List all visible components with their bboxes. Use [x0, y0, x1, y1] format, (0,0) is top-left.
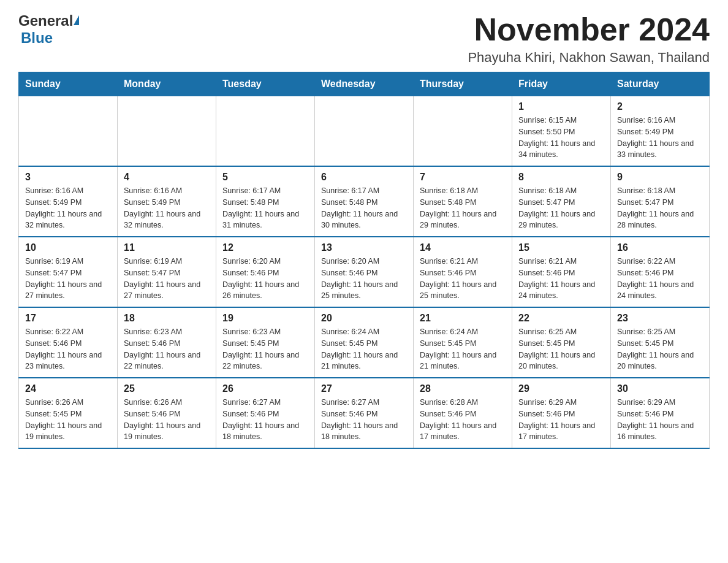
day-number: 6	[321, 172, 407, 183]
day-info: Sunrise: 6:28 AMSunset: 5:46 PMDaylight:…	[420, 397, 506, 443]
day-number: 21	[420, 313, 506, 324]
weekday-header-thursday: Thursday	[414, 72, 512, 96]
day-info: Sunrise: 6:20 AMSunset: 5:46 PMDaylight:…	[321, 256, 407, 302]
day-info: Sunrise: 6:23 AMSunset: 5:46 PMDaylight:…	[124, 326, 210, 372]
weekday-header-monday: Monday	[118, 72, 216, 96]
day-number: 24	[25, 383, 111, 394]
day-info: Sunrise: 6:18 AMSunset: 5:47 PMDaylight:…	[518, 185, 604, 231]
calendar-week-5: 24Sunrise: 6:26 AMSunset: 5:45 PMDayligh…	[19, 378, 710, 448]
calendar-cell: 24Sunrise: 6:26 AMSunset: 5:45 PMDayligh…	[19, 378, 118, 448]
calendar-cell: 19Sunrise: 6:23 AMSunset: 5:45 PMDayligh…	[216, 307, 315, 378]
day-number: 20	[321, 313, 407, 324]
day-info: Sunrise: 6:25 AMSunset: 5:45 PMDaylight:…	[518, 326, 604, 372]
logo: General Blue	[18, 12, 79, 47]
weekday-header-saturday: Saturday	[611, 72, 710, 96]
weekday-header-sunday: Sunday	[19, 72, 118, 96]
calendar-cell: 2Sunrise: 6:16 AMSunset: 5:49 PMDaylight…	[611, 96, 710, 167]
day-info: Sunrise: 6:21 AMSunset: 5:46 PMDaylight:…	[420, 256, 506, 302]
day-info: Sunrise: 6:21 AMSunset: 5:46 PMDaylight:…	[518, 256, 604, 302]
day-number: 10	[25, 242, 111, 253]
calendar-cell: 14Sunrise: 6:21 AMSunset: 5:46 PMDayligh…	[414, 237, 512, 307]
day-info: Sunrise: 6:23 AMSunset: 5:45 PMDaylight:…	[222, 326, 308, 372]
day-info: Sunrise: 6:27 AMSunset: 5:46 PMDaylight:…	[222, 397, 308, 443]
day-info: Sunrise: 6:17 AMSunset: 5:48 PMDaylight:…	[321, 185, 407, 231]
calendar-cell: 8Sunrise: 6:18 AMSunset: 5:47 PMDaylight…	[512, 166, 611, 237]
day-number: 25	[124, 383, 210, 394]
calendar-cell: 3Sunrise: 6:16 AMSunset: 5:49 PMDaylight…	[19, 166, 118, 237]
calendar-week-1: 1Sunrise: 6:15 AMSunset: 5:50 PMDaylight…	[19, 96, 710, 167]
calendar-cell: 29Sunrise: 6:29 AMSunset: 5:46 PMDayligh…	[512, 378, 611, 448]
title-block: November 2024 Phayuha Khiri, Nakhon Sawa…	[468, 12, 710, 66]
day-info: Sunrise: 6:25 AMSunset: 5:45 PMDaylight:…	[617, 326, 703, 372]
day-info: Sunrise: 6:18 AMSunset: 5:47 PMDaylight:…	[617, 185, 703, 231]
calendar-cell	[19, 96, 118, 167]
calendar-cell: 28Sunrise: 6:28 AMSunset: 5:46 PMDayligh…	[414, 378, 512, 448]
weekday-header-row: SundayMondayTuesdayWednesdayThursdayFrid…	[19, 72, 710, 96]
calendar-cell: 13Sunrise: 6:20 AMSunset: 5:46 PMDayligh…	[315, 237, 414, 307]
calendar-week-4: 17Sunrise: 6:22 AMSunset: 5:46 PMDayligh…	[19, 307, 710, 378]
calendar-cell: 5Sunrise: 6:17 AMSunset: 5:48 PMDaylight…	[216, 166, 315, 237]
day-number: 9	[617, 172, 703, 183]
calendar-cell: 17Sunrise: 6:22 AMSunset: 5:46 PMDayligh…	[19, 307, 118, 378]
day-info: Sunrise: 6:19 AMSunset: 5:47 PMDaylight:…	[25, 256, 111, 302]
day-number: 30	[617, 383, 703, 394]
calendar-cell: 1Sunrise: 6:15 AMSunset: 5:50 PMDaylight…	[512, 96, 611, 167]
day-number: 11	[124, 242, 210, 253]
day-info: Sunrise: 6:17 AMSunset: 5:48 PMDaylight:…	[222, 185, 308, 231]
calendar-cell: 20Sunrise: 6:24 AMSunset: 5:45 PMDayligh…	[315, 307, 414, 378]
day-info: Sunrise: 6:19 AMSunset: 5:47 PMDaylight:…	[124, 256, 210, 302]
calendar-cell	[315, 96, 414, 167]
day-number: 28	[420, 383, 506, 394]
day-number: 8	[518, 172, 604, 183]
calendar-cell: 9Sunrise: 6:18 AMSunset: 5:47 PMDaylight…	[611, 166, 710, 237]
day-info: Sunrise: 6:16 AMSunset: 5:49 PMDaylight:…	[617, 115, 703, 161]
location-title: Phayuha Khiri, Nakhon Sawan, Thailand	[468, 50, 710, 66]
day-info: Sunrise: 6:26 AMSunset: 5:46 PMDaylight:…	[124, 397, 210, 443]
day-info: Sunrise: 6:22 AMSunset: 5:46 PMDaylight:…	[25, 326, 111, 372]
calendar-cell: 18Sunrise: 6:23 AMSunset: 5:46 PMDayligh…	[118, 307, 216, 378]
calendar-cell: 27Sunrise: 6:27 AMSunset: 5:46 PMDayligh…	[315, 378, 414, 448]
day-info: Sunrise: 6:16 AMSunset: 5:49 PMDaylight:…	[25, 185, 111, 231]
day-number: 3	[25, 172, 111, 183]
day-info: Sunrise: 6:27 AMSunset: 5:46 PMDaylight:…	[321, 397, 407, 443]
calendar-table: SundayMondayTuesdayWednesdayThursdayFrid…	[18, 72, 710, 449]
day-info: Sunrise: 6:29 AMSunset: 5:46 PMDaylight:…	[617, 397, 703, 443]
day-info: Sunrise: 6:18 AMSunset: 5:48 PMDaylight:…	[420, 185, 506, 231]
day-info: Sunrise: 6:16 AMSunset: 5:49 PMDaylight:…	[124, 185, 210, 231]
day-number: 4	[124, 172, 210, 183]
weekday-header-friday: Friday	[512, 72, 611, 96]
day-number: 2	[617, 101, 703, 112]
calendar-cell	[216, 96, 315, 167]
day-number: 29	[518, 383, 604, 394]
calendar-cell: 4Sunrise: 6:16 AMSunset: 5:49 PMDaylight…	[118, 166, 216, 237]
logo-general: General	[18, 12, 73, 29]
day-number: 16	[617, 242, 703, 253]
weekday-header-wednesday: Wednesday	[315, 72, 414, 96]
calendar-cell: 22Sunrise: 6:25 AMSunset: 5:45 PMDayligh…	[512, 307, 611, 378]
page-header: General Blue November 2024 Phayuha Khiri…	[18, 12, 710, 66]
day-number: 1	[518, 101, 604, 112]
logo-blue: Blue	[21, 29, 53, 46]
day-info: Sunrise: 6:26 AMSunset: 5:45 PMDaylight:…	[25, 397, 111, 443]
day-info: Sunrise: 6:20 AMSunset: 5:46 PMDaylight:…	[222, 256, 308, 302]
day-number: 18	[124, 313, 210, 324]
calendar-cell: 21Sunrise: 6:24 AMSunset: 5:45 PMDayligh…	[414, 307, 512, 378]
day-number: 7	[420, 172, 506, 183]
calendar-cell: 12Sunrise: 6:20 AMSunset: 5:46 PMDayligh…	[216, 237, 315, 307]
weekday-header-tuesday: Tuesday	[216, 72, 315, 96]
day-number: 5	[222, 172, 308, 183]
day-number: 13	[321, 242, 407, 253]
calendar-cell: 6Sunrise: 6:17 AMSunset: 5:48 PMDaylight…	[315, 166, 414, 237]
calendar-cell: 15Sunrise: 6:21 AMSunset: 5:46 PMDayligh…	[512, 237, 611, 307]
month-title: November 2024	[468, 12, 710, 47]
calendar-cell: 30Sunrise: 6:29 AMSunset: 5:46 PMDayligh…	[611, 378, 710, 448]
day-info: Sunrise: 6:24 AMSunset: 5:45 PMDaylight:…	[321, 326, 407, 372]
day-info: Sunrise: 6:29 AMSunset: 5:46 PMDaylight:…	[518, 397, 604, 443]
logo-triangle-icon	[74, 15, 79, 25]
calendar-cell: 11Sunrise: 6:19 AMSunset: 5:47 PMDayligh…	[118, 237, 216, 307]
day-number: 14	[420, 242, 506, 253]
day-info: Sunrise: 6:24 AMSunset: 5:45 PMDaylight:…	[420, 326, 506, 372]
calendar-cell: 10Sunrise: 6:19 AMSunset: 5:47 PMDayligh…	[19, 237, 118, 307]
day-number: 26	[222, 383, 308, 394]
day-info: Sunrise: 6:22 AMSunset: 5:46 PMDaylight:…	[617, 256, 703, 302]
